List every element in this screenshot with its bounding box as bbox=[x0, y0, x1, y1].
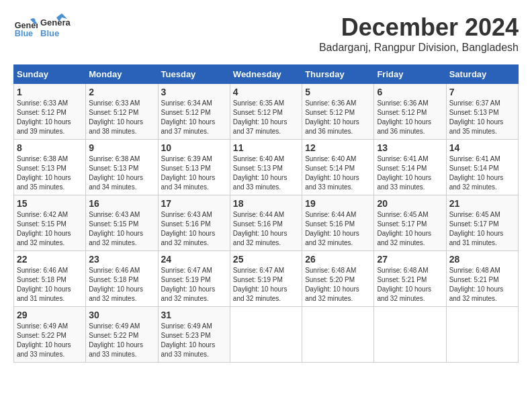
logo: General Blue General Blue General Blue bbox=[13, 13, 71, 40]
header-sunday: Sunday bbox=[14, 65, 86, 84]
calendar-cell-31: 31Sunrise: 6:49 AMSunset: 5:23 PMDayligh… bbox=[158, 307, 230, 363]
calendar-week-5: 29Sunrise: 6:49 AMSunset: 5:22 PMDayligh… bbox=[14, 307, 519, 363]
calendar-cell-18: 18Sunrise: 6:44 AMSunset: 5:16 PMDayligh… bbox=[230, 195, 302, 251]
day-number: 17 bbox=[161, 198, 227, 209]
day-info: Sunrise: 6:48 AMSunset: 5:20 PMDaylight:… bbox=[305, 267, 359, 302]
svg-text:Blue: Blue bbox=[15, 29, 33, 38]
calendar-cell-5: 5Sunrise: 6:36 AMSunset: 5:12 PMDaylight… bbox=[302, 84, 374, 140]
day-number: 12 bbox=[305, 142, 371, 153]
calendar-cell-17: 17Sunrise: 6:43 AMSunset: 5:16 PMDayligh… bbox=[158, 195, 230, 251]
calendar-cell-12: 12Sunrise: 6:40 AMSunset: 5:14 PMDayligh… bbox=[302, 140, 374, 195]
day-number: 29 bbox=[17, 310, 83, 320]
day-info: Sunrise: 6:35 AMSunset: 5:12 PMDaylight:… bbox=[233, 99, 287, 135]
calendar-cell-11: 11Sunrise: 6:40 AMSunset: 5:13 PMDayligh… bbox=[230, 140, 302, 195]
calendar-cell-empty bbox=[230, 307, 302, 363]
title-block: December 2024 Badarganj, Rangpur Divisio… bbox=[319, 13, 519, 54]
calendar-cell-30: 30Sunrise: 6:49 AMSunset: 5:22 PMDayligh… bbox=[86, 307, 158, 363]
calendar-cell-22: 22Sunrise: 6:46 AMSunset: 5:18 PMDayligh… bbox=[14, 251, 86, 307]
calendar-cell-4: 4Sunrise: 6:35 AMSunset: 5:12 PMDaylight… bbox=[230, 84, 302, 140]
day-info: Sunrise: 6:41 AMSunset: 5:14 PMDaylight:… bbox=[449, 155, 504, 191]
day-number: 24 bbox=[161, 254, 227, 265]
calendar-week-2: 8Sunrise: 6:38 AMSunset: 5:13 PMDaylight… bbox=[14, 140, 519, 195]
general-blue-logo-graphic: General Blue bbox=[40, 13, 71, 40]
day-number: 30 bbox=[89, 310, 154, 320]
day-number: 8 bbox=[17, 142, 83, 153]
calendar-cell-15: 15Sunrise: 6:42 AMSunset: 5:15 PMDayligh… bbox=[14, 195, 86, 251]
day-number: 23 bbox=[89, 254, 154, 265]
day-number: 20 bbox=[377, 198, 443, 209]
day-info: Sunrise: 6:36 AMSunset: 5:12 PMDaylight:… bbox=[377, 99, 431, 135]
calendar-cell-2: 2Sunrise: 6:33 AMSunset: 5:12 PMDaylight… bbox=[86, 84, 158, 140]
calendar-cell-19: 19Sunrise: 6:44 AMSunset: 5:16 PMDayligh… bbox=[302, 195, 374, 251]
day-info: Sunrise: 6:48 AMSunset: 5:21 PMDaylight:… bbox=[449, 267, 504, 302]
day-info: Sunrise: 6:42 AMSunset: 5:15 PMDaylight:… bbox=[17, 211, 71, 246]
day-info: Sunrise: 6:37 AMSunset: 5:13 PMDaylight:… bbox=[449, 99, 504, 135]
day-info: Sunrise: 6:34 AMSunset: 5:12 PMDaylight:… bbox=[161, 99, 216, 135]
day-info: Sunrise: 6:40 AMSunset: 5:14 PMDaylight:… bbox=[305, 155, 359, 191]
calendar-cell-9: 9Sunrise: 6:38 AMSunset: 5:13 PMDaylight… bbox=[86, 140, 158, 195]
calendar-cell-29: 29Sunrise: 6:49 AMSunset: 5:22 PMDayligh… bbox=[14, 307, 86, 363]
header-thursday: Thursday bbox=[302, 65, 374, 84]
day-number: 9 bbox=[89, 142, 154, 153]
calendar-week-4: 22Sunrise: 6:46 AMSunset: 5:18 PMDayligh… bbox=[14, 251, 519, 307]
calendar-cell-6: 6Sunrise: 6:36 AMSunset: 5:12 PMDaylight… bbox=[374, 84, 446, 140]
calendar-week-3: 15Sunrise: 6:42 AMSunset: 5:15 PMDayligh… bbox=[14, 195, 519, 251]
calendar-cell-27: 27Sunrise: 6:48 AMSunset: 5:21 PMDayligh… bbox=[374, 251, 446, 307]
header-friday: Friday bbox=[374, 65, 446, 84]
calendar-cell-26: 26Sunrise: 6:48 AMSunset: 5:20 PMDayligh… bbox=[302, 251, 374, 307]
day-info: Sunrise: 6:43 AMSunset: 5:16 PMDaylight:… bbox=[161, 211, 216, 246]
day-info: Sunrise: 6:33 AMSunset: 5:12 PMDaylight:… bbox=[89, 99, 143, 135]
calendar-cell-empty bbox=[302, 307, 374, 363]
calendar-title: December 2024 bbox=[319, 13, 519, 42]
day-info: Sunrise: 6:45 AMSunset: 5:17 PMDaylight:… bbox=[449, 211, 504, 246]
calendar-table: SundayMondayTuesdayWednesdayThursdayFrid… bbox=[13, 64, 519, 363]
calendar-cell-14: 14Sunrise: 6:41 AMSunset: 5:14 PMDayligh… bbox=[446, 140, 518, 195]
day-info: Sunrise: 6:45 AMSunset: 5:17 PMDaylight:… bbox=[377, 211, 431, 246]
day-number: 31 bbox=[161, 310, 227, 320]
svg-text:General: General bbox=[40, 17, 71, 28]
header-row: SundayMondayTuesdayWednesdayThursdayFrid… bbox=[14, 65, 519, 84]
day-number: 28 bbox=[449, 254, 515, 265]
calendar-cell-8: 8Sunrise: 6:38 AMSunset: 5:13 PMDaylight… bbox=[14, 140, 86, 195]
calendar-cell-16: 16Sunrise: 6:43 AMSunset: 5:15 PMDayligh… bbox=[86, 195, 158, 251]
day-number: 2 bbox=[89, 87, 154, 97]
day-number: 3 bbox=[161, 87, 227, 97]
calendar-week-1: 1Sunrise: 6:33 AMSunset: 5:12 PMDaylight… bbox=[14, 84, 519, 140]
day-number: 25 bbox=[233, 254, 299, 265]
day-info: Sunrise: 6:38 AMSunset: 5:13 PMDaylight:… bbox=[17, 155, 71, 191]
day-info: Sunrise: 6:47 AMSunset: 5:19 PMDaylight:… bbox=[161, 267, 216, 302]
calendar-cell-3: 3Sunrise: 6:34 AMSunset: 5:12 PMDaylight… bbox=[158, 84, 230, 140]
day-info: Sunrise: 6:49 AMSunset: 5:22 PMDaylight:… bbox=[89, 322, 143, 358]
day-number: 4 bbox=[233, 87, 299, 97]
day-info: Sunrise: 6:49 AMSunset: 5:23 PMDaylight:… bbox=[161, 322, 216, 358]
day-info: Sunrise: 6:47 AMSunset: 5:19 PMDaylight:… bbox=[233, 267, 287, 302]
day-number: 19 bbox=[305, 198, 371, 209]
day-info: Sunrise: 6:44 AMSunset: 5:16 PMDaylight:… bbox=[305, 211, 359, 246]
day-number: 11 bbox=[233, 142, 299, 153]
day-number: 18 bbox=[233, 198, 299, 209]
calendar-cell-1: 1Sunrise: 6:33 AMSunset: 5:12 PMDaylight… bbox=[14, 84, 86, 140]
day-info: Sunrise: 6:38 AMSunset: 5:13 PMDaylight:… bbox=[89, 155, 143, 191]
calendar-cell-24: 24Sunrise: 6:47 AMSunset: 5:19 PMDayligh… bbox=[158, 251, 230, 307]
day-info: Sunrise: 6:49 AMSunset: 5:22 PMDaylight:… bbox=[17, 322, 71, 358]
calendar-subtitle: Badarganj, Rangpur Division, Bangladesh bbox=[319, 42, 519, 54]
header-saturday: Saturday bbox=[446, 65, 518, 84]
header-tuesday: Tuesday bbox=[158, 65, 230, 84]
day-number: 13 bbox=[377, 142, 443, 153]
day-number: 6 bbox=[377, 87, 443, 97]
calendar-cell-13: 13Sunrise: 6:41 AMSunset: 5:14 PMDayligh… bbox=[374, 140, 446, 195]
calendar-cell-10: 10Sunrise: 6:39 AMSunset: 5:13 PMDayligh… bbox=[158, 140, 230, 195]
calendar-cell-7: 7Sunrise: 6:37 AMSunset: 5:13 PMDaylight… bbox=[446, 84, 518, 140]
day-number: 27 bbox=[377, 254, 443, 265]
day-info: Sunrise: 6:46 AMSunset: 5:18 PMDaylight:… bbox=[89, 267, 143, 302]
day-info: Sunrise: 6:40 AMSunset: 5:13 PMDaylight:… bbox=[233, 155, 287, 191]
day-info: Sunrise: 6:39 AMSunset: 5:13 PMDaylight:… bbox=[161, 155, 216, 191]
day-number: 16 bbox=[89, 198, 154, 209]
header-monday: Monday bbox=[86, 65, 158, 84]
day-number: 7 bbox=[449, 87, 515, 97]
day-number: 15 bbox=[17, 198, 83, 209]
page-header: General Blue General Blue General Blue D… bbox=[13, 13, 519, 54]
day-info: Sunrise: 6:36 AMSunset: 5:12 PMDaylight:… bbox=[305, 99, 359, 135]
logo-icon: General Blue bbox=[13, 15, 38, 39]
svg-text:Blue: Blue bbox=[40, 28, 59, 38]
